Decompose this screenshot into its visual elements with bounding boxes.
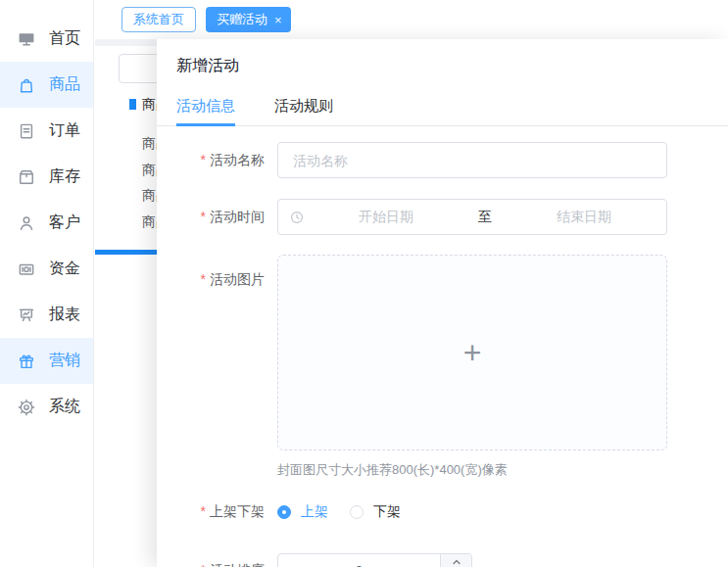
- start-date-placeholder[interactable]: 开始日期: [304, 209, 468, 226]
- sidebar-item-reports[interactable]: 报表: [0, 292, 93, 338]
- radio-on-shelf[interactable]: [277, 505, 291, 519]
- activity-form: *活动名称 *活动时间 开始日期 至: [157, 142, 728, 567]
- date-range-separator: 至: [468, 209, 502, 226]
- sidebar-item-label: 营销: [49, 351, 80, 371]
- form-row-sort: *活动排序 0: [157, 553, 708, 567]
- field-label: *活动排序: [157, 562, 265, 567]
- orders-icon: [17, 121, 36, 141]
- field-label: *活动图片: [157, 255, 265, 289]
- page-tab-buy-gift-activity[interactable]: 买赠活动 ×: [206, 7, 291, 32]
- system-icon: [17, 398, 36, 417]
- form-row-image: *活动图片 + 封面图尺寸大小推荐800(长)*400(宽)像素: [157, 255, 708, 479]
- end-date-placeholder[interactable]: 结束日期: [502, 209, 666, 226]
- sidebar-item-label: 系统: [49, 397, 80, 417]
- close-icon[interactable]: ×: [274, 14, 282, 26]
- funds-icon: [17, 260, 36, 279]
- field-label: *活动名称: [157, 152, 265, 169]
- activity-name-input[interactable]: [277, 142, 667, 178]
- sidebar-item-system[interactable]: 系统: [0, 384, 93, 430]
- sidebar-item-label: 客户: [49, 213, 80, 233]
- marketing-icon: [17, 352, 36, 371]
- sidebar-item-inventory[interactable]: 库存: [0, 154, 93, 200]
- sidebar-item-home[interactable]: 首页: [0, 16, 93, 62]
- radio-off-shelf-label[interactable]: 下架: [373, 503, 401, 521]
- page-tab-system-home[interactable]: 系统首页: [121, 7, 196, 32]
- sidebar-item-orders[interactable]: 订单: [0, 108, 93, 154]
- customers-icon: [17, 213, 36, 233]
- sort-number-input[interactable]: 0: [277, 553, 472, 567]
- sidebar-item-label: 库存: [49, 166, 80, 187]
- date-range-picker[interactable]: 开始日期 至 结束日期: [277, 199, 667, 235]
- drawer-tabs: 活动信息 活动规则: [157, 86, 728, 126]
- form-row-time: *活动时间 开始日期 至 结束日期: [157, 199, 708, 235]
- image-upload-dropzone[interactable]: +: [277, 255, 667, 450]
- required-mark: *: [201, 152, 206, 167]
- field-label: *活动时间: [157, 209, 265, 226]
- form-row-shelf: *上架下架 上架 下架: [157, 503, 708, 521]
- app-window: 首页 商品 订单 库存 客户: [0, 0, 728, 567]
- field-label: *上架下架: [157, 503, 265, 521]
- sort-value[interactable]: 0: [278, 554, 440, 567]
- page-tab-label: 买赠活动: [217, 11, 267, 28]
- image-size-hint: 封面图尺寸大小推荐800(长)*400(宽)像素: [277, 461, 667, 479]
- sidebar-item-funds[interactable]: 资金: [0, 246, 93, 292]
- required-mark: *: [201, 562, 206, 567]
- tab-activity-rules[interactable]: 活动规则: [274, 86, 333, 125]
- sidebar-item-customers[interactable]: 客户: [0, 200, 93, 246]
- sidebar-item-label: 报表: [49, 305, 80, 325]
- required-mark: *: [201, 271, 206, 287]
- section-marker: [129, 99, 136, 110]
- required-mark: *: [201, 209, 206, 224]
- sidebar-item-label: 资金: [49, 259, 80, 279]
- radio-off-shelf[interactable]: [350, 505, 364, 519]
- required-mark: *: [201, 503, 206, 519]
- form-row-name: *活动名称: [157, 142, 708, 178]
- page-tab-label: 系统首页: [133, 11, 184, 28]
- tab-activity-info[interactable]: 活动信息: [176, 86, 235, 125]
- plus-icon: +: [463, 337, 482, 368]
- sidebar-item-marketing[interactable]: 营销: [0, 338, 93, 384]
- number-stepper: [440, 554, 471, 567]
- sidebar-item-label: 订单: [49, 120, 80, 141]
- drawer-title: 新增活动: [157, 39, 728, 75]
- new-activity-drawer: 新增活动 活动信息 活动规则 *活动名称 *活动时间: [157, 39, 728, 567]
- reports-icon: [17, 306, 36, 325]
- clock-icon: [290, 211, 304, 224]
- home-icon: [17, 29, 36, 49]
- sidebar: 首页 商品 订单 库存 客户: [0, 0, 94, 567]
- sidebar-item-label: 商品: [49, 74, 80, 95]
- radio-on-shelf-label[interactable]: 上架: [301, 503, 328, 521]
- goods-icon: [17, 75, 36, 95]
- page-tabs-bar: 系统首页 买赠活动 ×: [95, 0, 728, 39]
- increase-icon[interactable]: [441, 554, 471, 567]
- inventory-icon: [17, 167, 36, 187]
- sidebar-item-goods[interactable]: 商品: [0, 62, 93, 108]
- sidebar-item-label: 首页: [49, 28, 80, 49]
